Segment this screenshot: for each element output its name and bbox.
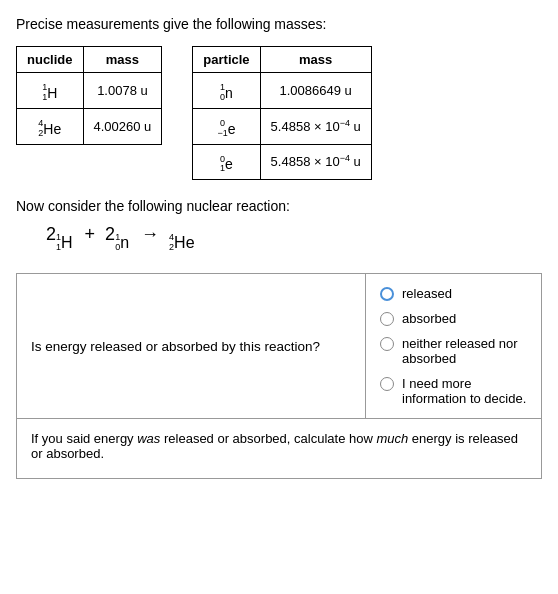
option-neither-label: neither released nor absorbed (402, 336, 527, 366)
particle-table: particle mass 1 0 n 1.0086649 u (192, 46, 371, 180)
col-nuclide: nuclide (17, 47, 84, 73)
radio-absorbed[interactable] (380, 312, 394, 326)
nuclide-H: 1 1 H (17, 73, 84, 109)
He-sym: He (43, 121, 61, 137)
nuclide-He: 4 2 He (17, 108, 84, 144)
question-text: Is energy released or absorbed by this r… (17, 274, 366, 418)
table-row: 1 1 H 1.0078 u (17, 73, 162, 109)
table-row: 0 1 e 5.4858 × 10−4 u (193, 144, 371, 180)
col-mass: mass (83, 47, 162, 73)
col-particle: particle (193, 47, 260, 73)
table-row: 1 0 n 1.0086649 u (193, 73, 371, 109)
tables-row: nuclide mass 1 1 H 1.0078 u (16, 46, 542, 180)
H-sym: H (47, 85, 57, 101)
particle-e-plus: 0 1 e (193, 144, 260, 180)
followup-text: If you said energy was released or absor… (31, 431, 518, 461)
em-mass: 5.4858 × 10−4 u (260, 108, 371, 144)
ep-sym: e (225, 156, 233, 172)
rn-sym: n (120, 234, 129, 252)
rHe-sym: He (174, 234, 194, 252)
followup-box: If you said energy was released or absor… (16, 419, 542, 479)
option-more-info[interactable]: I need more information to decide. (380, 376, 527, 406)
option-absorbed[interactable]: absorbed (380, 311, 527, 326)
table-row: 4 2 He 4.00260 u (17, 108, 162, 144)
em-sym: e (228, 121, 236, 137)
ep-mass: 5.4858 × 10−4 u (260, 144, 371, 180)
radio-released[interactable] (380, 287, 394, 301)
He-mass: 4.00260 u (83, 108, 162, 144)
reaction-intro: Now consider the following nuclear react… (16, 198, 542, 214)
radio-neither[interactable] (380, 337, 394, 351)
option-neither[interactable]: neither released nor absorbed (380, 336, 527, 366)
particle-e-minus: 0 −1 e (193, 108, 260, 144)
options-panel: released absorbed neither released nor a… (366, 274, 541, 418)
option-absorbed-label: absorbed (402, 311, 456, 326)
nuclide-table: nuclide mass 1 1 H 1.0078 u (16, 46, 162, 145)
option-more-info-label: I need more information to decide. (402, 376, 527, 406)
rH-sym: H (61, 234, 73, 252)
option-released-label: released (402, 286, 452, 301)
em-sub: −1 (217, 129, 227, 139)
particle-n: 1 0 n (193, 73, 260, 109)
option-released[interactable]: released (380, 286, 527, 301)
n-sym: n (225, 85, 233, 101)
question-box: Is energy released or absorbed by this r… (16, 273, 542, 419)
answer-section: Is energy released or absorbed by this r… (16, 273, 542, 479)
n-mass: 1.0086649 u (260, 73, 371, 109)
reaction-formula: 2 1 1 H + 2 1 0 n → 4 2 He (46, 224, 542, 253)
H-mass: 1.0078 u (83, 73, 162, 109)
intro-text: Precise measurements give the following … (16, 16, 542, 32)
col-particle-mass: mass (260, 47, 371, 73)
radio-more-info[interactable] (380, 377, 394, 391)
table-row: 0 −1 e 5.4858 × 10−4 u (193, 108, 371, 144)
reaction-section: Now consider the following nuclear react… (16, 198, 542, 253)
